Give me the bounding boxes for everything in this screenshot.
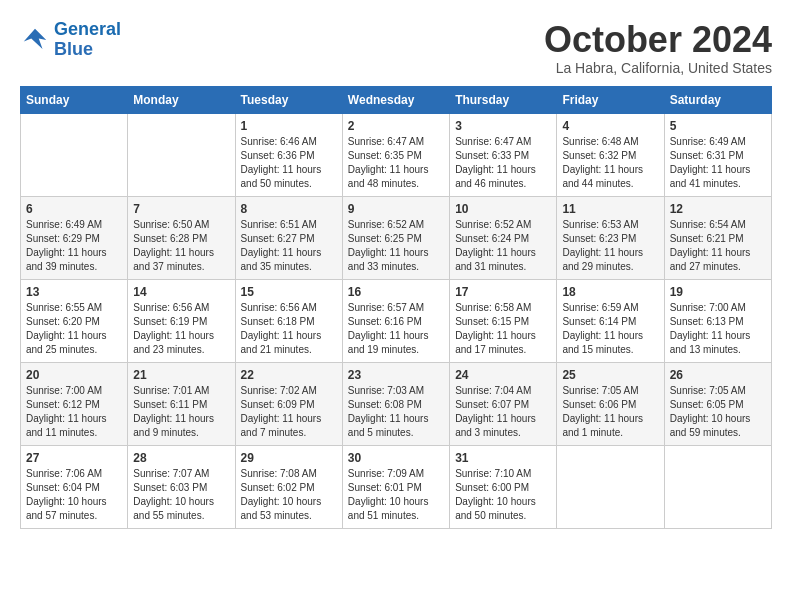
day-number: 6 (26, 202, 122, 216)
day-info: Sunrise: 7:01 AMSunset: 6:11 PMDaylight:… (133, 384, 229, 440)
calendar-cell: 16Sunrise: 6:57 AMSunset: 6:16 PMDayligh… (342, 279, 449, 362)
calendar-cell (557, 445, 664, 528)
day-number: 17 (455, 285, 551, 299)
weekday-header: Thursday (450, 86, 557, 113)
calendar-cell (21, 113, 128, 196)
calendar-table: SundayMondayTuesdayWednesdayThursdayFrid… (20, 86, 772, 529)
calendar-cell: 17Sunrise: 6:58 AMSunset: 6:15 PMDayligh… (450, 279, 557, 362)
weekday-header: Monday (128, 86, 235, 113)
day-info: Sunrise: 6:48 AMSunset: 6:32 PMDaylight:… (562, 135, 658, 191)
day-info: Sunrise: 6:50 AMSunset: 6:28 PMDaylight:… (133, 218, 229, 274)
calendar-cell: 7Sunrise: 6:50 AMSunset: 6:28 PMDaylight… (128, 196, 235, 279)
calendar-cell: 22Sunrise: 7:02 AMSunset: 6:09 PMDayligh… (235, 362, 342, 445)
day-info: Sunrise: 7:00 AMSunset: 6:12 PMDaylight:… (26, 384, 122, 440)
calendar-cell: 28Sunrise: 7:07 AMSunset: 6:03 PMDayligh… (128, 445, 235, 528)
day-number: 18 (562, 285, 658, 299)
calendar-cell: 11Sunrise: 6:53 AMSunset: 6:23 PMDayligh… (557, 196, 664, 279)
day-number: 15 (241, 285, 337, 299)
day-number: 13 (26, 285, 122, 299)
calendar-cell: 21Sunrise: 7:01 AMSunset: 6:11 PMDayligh… (128, 362, 235, 445)
calendar-cell: 10Sunrise: 6:52 AMSunset: 6:24 PMDayligh… (450, 196, 557, 279)
day-number: 29 (241, 451, 337, 465)
day-number: 31 (455, 451, 551, 465)
weekday-header: Sunday (21, 86, 128, 113)
day-number: 23 (348, 368, 444, 382)
day-number: 28 (133, 451, 229, 465)
calendar-cell: 13Sunrise: 6:55 AMSunset: 6:20 PMDayligh… (21, 279, 128, 362)
day-info: Sunrise: 6:57 AMSunset: 6:16 PMDaylight:… (348, 301, 444, 357)
calendar-cell: 31Sunrise: 7:10 AMSunset: 6:00 PMDayligh… (450, 445, 557, 528)
day-number: 7 (133, 202, 229, 216)
weekday-header: Saturday (664, 86, 771, 113)
day-info: Sunrise: 6:46 AMSunset: 6:36 PMDaylight:… (241, 135, 337, 191)
day-info: Sunrise: 6:58 AMSunset: 6:15 PMDaylight:… (455, 301, 551, 357)
calendar-cell: 25Sunrise: 7:05 AMSunset: 6:06 PMDayligh… (557, 362, 664, 445)
day-number: 2 (348, 119, 444, 133)
day-info: Sunrise: 6:52 AMSunset: 6:25 PMDaylight:… (348, 218, 444, 274)
day-info: Sunrise: 6:47 AMSunset: 6:33 PMDaylight:… (455, 135, 551, 191)
calendar-cell: 6Sunrise: 6:49 AMSunset: 6:29 PMDaylight… (21, 196, 128, 279)
day-info: Sunrise: 7:10 AMSunset: 6:00 PMDaylight:… (455, 467, 551, 523)
day-info: Sunrise: 7:05 AMSunset: 6:05 PMDaylight:… (670, 384, 766, 440)
day-number: 19 (670, 285, 766, 299)
calendar-week-row: 1Sunrise: 6:46 AMSunset: 6:36 PMDaylight… (21, 113, 772, 196)
calendar-cell (664, 445, 771, 528)
calendar-cell: 18Sunrise: 6:59 AMSunset: 6:14 PMDayligh… (557, 279, 664, 362)
calendar-cell: 27Sunrise: 7:06 AMSunset: 6:04 PMDayligh… (21, 445, 128, 528)
day-info: Sunrise: 6:56 AMSunset: 6:19 PMDaylight:… (133, 301, 229, 357)
logo-line2: Blue (54, 39, 93, 59)
day-info: Sunrise: 6:56 AMSunset: 6:18 PMDaylight:… (241, 301, 337, 357)
title-block: October 2024 La Habra, California, Unite… (544, 20, 772, 76)
day-number: 16 (348, 285, 444, 299)
day-info: Sunrise: 7:06 AMSunset: 6:04 PMDaylight:… (26, 467, 122, 523)
day-info: Sunrise: 6:49 AMSunset: 6:31 PMDaylight:… (670, 135, 766, 191)
calendar-cell: 26Sunrise: 7:05 AMSunset: 6:05 PMDayligh… (664, 362, 771, 445)
calendar-cell: 3Sunrise: 6:47 AMSunset: 6:33 PMDaylight… (450, 113, 557, 196)
day-number: 3 (455, 119, 551, 133)
calendar-cell: 30Sunrise: 7:09 AMSunset: 6:01 PMDayligh… (342, 445, 449, 528)
day-number: 21 (133, 368, 229, 382)
day-number: 26 (670, 368, 766, 382)
page-header: General Blue October 2024 La Habra, Cali… (20, 20, 772, 76)
weekday-header: Friday (557, 86, 664, 113)
logo: General Blue (20, 20, 121, 60)
day-info: Sunrise: 7:08 AMSunset: 6:02 PMDaylight:… (241, 467, 337, 523)
day-number: 24 (455, 368, 551, 382)
calendar-cell: 4Sunrise: 6:48 AMSunset: 6:32 PMDaylight… (557, 113, 664, 196)
day-number: 11 (562, 202, 658, 216)
day-info: Sunrise: 6:54 AMSunset: 6:21 PMDaylight:… (670, 218, 766, 274)
location: La Habra, California, United States (544, 60, 772, 76)
calendar-cell: 20Sunrise: 7:00 AMSunset: 6:12 PMDayligh… (21, 362, 128, 445)
day-info: Sunrise: 6:47 AMSunset: 6:35 PMDaylight:… (348, 135, 444, 191)
calendar-cell: 15Sunrise: 6:56 AMSunset: 6:18 PMDayligh… (235, 279, 342, 362)
calendar-week-row: 6Sunrise: 6:49 AMSunset: 6:29 PMDaylight… (21, 196, 772, 279)
day-info: Sunrise: 6:51 AMSunset: 6:27 PMDaylight:… (241, 218, 337, 274)
calendar-week-row: 27Sunrise: 7:06 AMSunset: 6:04 PMDayligh… (21, 445, 772, 528)
day-number: 14 (133, 285, 229, 299)
calendar-cell: 1Sunrise: 6:46 AMSunset: 6:36 PMDaylight… (235, 113, 342, 196)
day-number: 1 (241, 119, 337, 133)
weekday-header: Wednesday (342, 86, 449, 113)
day-number: 9 (348, 202, 444, 216)
calendar-week-row: 20Sunrise: 7:00 AMSunset: 6:12 PMDayligh… (21, 362, 772, 445)
day-info: Sunrise: 7:03 AMSunset: 6:08 PMDaylight:… (348, 384, 444, 440)
day-info: Sunrise: 6:53 AMSunset: 6:23 PMDaylight:… (562, 218, 658, 274)
calendar-cell: 12Sunrise: 6:54 AMSunset: 6:21 PMDayligh… (664, 196, 771, 279)
day-info: Sunrise: 7:00 AMSunset: 6:13 PMDaylight:… (670, 301, 766, 357)
calendar-cell: 19Sunrise: 7:00 AMSunset: 6:13 PMDayligh… (664, 279, 771, 362)
day-info: Sunrise: 7:04 AMSunset: 6:07 PMDaylight:… (455, 384, 551, 440)
calendar-cell (128, 113, 235, 196)
calendar-cell: 23Sunrise: 7:03 AMSunset: 6:08 PMDayligh… (342, 362, 449, 445)
day-info: Sunrise: 6:55 AMSunset: 6:20 PMDaylight:… (26, 301, 122, 357)
day-number: 20 (26, 368, 122, 382)
day-number: 5 (670, 119, 766, 133)
day-number: 4 (562, 119, 658, 133)
day-info: Sunrise: 6:49 AMSunset: 6:29 PMDaylight:… (26, 218, 122, 274)
day-number: 30 (348, 451, 444, 465)
day-info: Sunrise: 7:05 AMSunset: 6:06 PMDaylight:… (562, 384, 658, 440)
calendar-cell: 14Sunrise: 6:56 AMSunset: 6:19 PMDayligh… (128, 279, 235, 362)
logo-icon (20, 25, 50, 55)
logo-text: General Blue (54, 20, 121, 60)
calendar-cell: 9Sunrise: 6:52 AMSunset: 6:25 PMDaylight… (342, 196, 449, 279)
day-info: Sunrise: 7:02 AMSunset: 6:09 PMDaylight:… (241, 384, 337, 440)
